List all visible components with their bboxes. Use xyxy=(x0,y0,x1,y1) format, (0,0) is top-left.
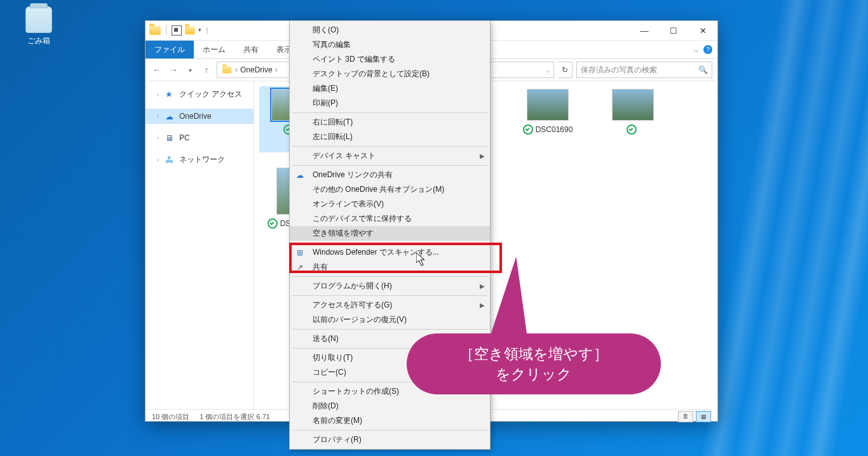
context-menu-item[interactable]: デスクトップの背景として設定(B) xyxy=(290,67,490,81)
context-menu-label: ペイント 3D で編集する xyxy=(313,54,395,65)
network-icon: 🖧 xyxy=(164,155,174,165)
context-menu-item[interactable]: ⊞Windows Defender でスキャンする... xyxy=(290,245,490,260)
context-menu-item[interactable]: ↗共有 xyxy=(290,260,490,274)
context-menu-item[interactable]: プログラムから開く(H)▶ xyxy=(290,279,490,293)
context-menu-label: 送る(N) xyxy=(313,333,339,344)
file-name: DSC01690 xyxy=(536,125,573,134)
details-view-button[interactable]: ≣ xyxy=(678,411,693,422)
ribbon-expand: ⌵ ? xyxy=(694,41,717,58)
separator xyxy=(166,25,166,36)
tab-share[interactable]: 共有 xyxy=(234,41,268,58)
search-input[interactable]: 保存済みの写真の検索 🔍 xyxy=(576,62,712,78)
context-menu-item[interactable]: ☁OneDrive リンクの共有 xyxy=(290,168,490,182)
refresh-button[interactable]: ↻ xyxy=(558,62,573,78)
sync-check-icon xyxy=(268,218,278,229)
sync-check-icon xyxy=(523,124,533,135)
close-button[interactable]: ✕ xyxy=(688,21,717,40)
context-menu-label: デバイス キャスト xyxy=(313,151,376,161)
context-menu-label: 開く(O) xyxy=(313,25,339,36)
history-dropdown[interactable]: ▾ xyxy=(184,64,196,76)
context-menu-label: 右に回転(T) xyxy=(313,117,353,128)
context-menu-item[interactable]: 以前のバージョンの復元(V) xyxy=(290,312,490,327)
folder-icon-small[interactable] xyxy=(185,27,195,35)
context-menu-label: 空き領域を増やす xyxy=(313,228,374,239)
context-menu-separator xyxy=(292,165,487,166)
file-caption xyxy=(602,124,663,135)
context-menu-label: 名前の変更(M) xyxy=(313,415,362,426)
context-menu-label: アクセスを許可する(G) xyxy=(313,300,392,311)
search-placeholder: 保存済みの写真の検索 xyxy=(581,65,657,76)
quick-access-toolbar: ｜ xyxy=(146,25,210,36)
context-menu-label: プロパティ(R) xyxy=(313,434,362,445)
context-menu-label: オンラインで表示(V) xyxy=(313,199,384,210)
context-menu-label: コピー(C) xyxy=(313,367,346,378)
context-menu-item[interactable]: 写真の編集 xyxy=(290,37,490,52)
sidebar-label: PC xyxy=(179,133,190,142)
submenu-arrow-icon: ▶ xyxy=(480,302,485,309)
context-menu-label: プログラムから開く(H) xyxy=(313,281,392,292)
thumbnail-image xyxy=(527,89,569,121)
context-menu-separator xyxy=(292,146,487,147)
tab-file[interactable]: ファイル xyxy=(146,41,194,58)
help-icon[interactable]: ? xyxy=(703,45,712,54)
context-menu-item[interactable]: 空き領域を増やす xyxy=(290,226,490,241)
context-menu-item[interactable]: プロパティ(R) xyxy=(290,433,490,447)
submenu-arrow-icon: ▶ xyxy=(480,283,485,290)
maximize-button[interactable]: ☐ xyxy=(659,21,688,40)
back-button[interactable]: ← xyxy=(151,64,163,76)
context-menu-item[interactable]: このデバイスで常に保持する xyxy=(290,211,490,226)
sidebar-item-quick-access[interactable]: › ★ クイック アクセス xyxy=(146,86,254,102)
breadcrumb-separator: › xyxy=(235,65,238,74)
context-menu-item[interactable]: 編集(E) xyxy=(290,81,490,96)
context-menu-label: 共有 xyxy=(313,262,328,272)
context-menu-item[interactable]: 印刷(P) xyxy=(290,96,490,111)
thumbnails-view-button[interactable]: ▦ xyxy=(696,411,711,422)
context-menu-item[interactable]: デバイス キャスト▶ xyxy=(290,149,490,163)
minimize-button[interactable]: ― xyxy=(630,21,659,40)
sidebar-item-pc[interactable]: › 🖥 PC xyxy=(146,130,254,145)
sidebar-label: クイック アクセス xyxy=(179,89,242,100)
address-dropdown-icon[interactable]: ⌵ xyxy=(546,67,550,74)
forward-button[interactable]: → xyxy=(167,64,180,76)
file-item[interactable] xyxy=(602,89,663,150)
chevron-down-icon[interactable]: ⌵ xyxy=(694,45,698,54)
context-menu-label: その他の OneDrive 共有オプション(M) xyxy=(313,184,444,195)
context-menu-item[interactable]: オンラインで表示(V) xyxy=(290,197,490,211)
breadcrumb-separator: › xyxy=(275,65,278,74)
context-menu-label: ショートカットの作成(S) xyxy=(313,386,399,397)
context-menu-item[interactable]: 削除(D) xyxy=(290,399,490,413)
context-menu-item[interactable]: ペイント 3D で編集する xyxy=(290,52,490,67)
sidebar-item-network[interactable]: › 🖧 ネットワーク xyxy=(146,152,254,168)
context-menu-item[interactable]: アクセスを許可する(G)▶ xyxy=(290,298,490,312)
star-icon: ★ xyxy=(164,90,174,100)
context-menu-item[interactable]: 左に回転(L) xyxy=(290,130,490,144)
save-icon[interactable] xyxy=(172,25,182,36)
sidebar-label: ネットワーク xyxy=(179,154,225,165)
file-item[interactable]: DSC01690 xyxy=(517,89,578,150)
context-menu-label: 写真の編集 xyxy=(313,39,351,50)
context-menu-label: OneDrive リンクの共有 xyxy=(313,170,393,180)
pc-icon: 🖥 xyxy=(164,133,174,143)
context-menu-label: Windows Defender でスキャンする... xyxy=(313,247,439,258)
cloud-icon: ☁ xyxy=(295,170,305,180)
callout-text: ［空き領域を増やす］ をクリック xyxy=(459,344,608,384)
context-menu-item[interactable]: 名前の変更(M) xyxy=(290,413,490,428)
sidebar-item-onedrive[interactable]: › ☁ OneDrive xyxy=(146,109,254,124)
context-menu-item[interactable]: 開く(O) xyxy=(290,23,490,37)
up-button[interactable]: ↑ xyxy=(200,64,213,76)
context-menu-separator xyxy=(292,430,487,431)
context-menu-item[interactable]: その他の OneDrive 共有オプション(M) xyxy=(290,182,490,197)
desktop-recycle-bin[interactable]: ごみ箱 xyxy=(16,6,62,46)
sidebar-label: OneDrive xyxy=(179,112,212,121)
share-icon: ↗ xyxy=(295,262,305,272)
breadcrumb-item-onedrive[interactable]: OneDrive xyxy=(240,65,273,74)
tab-home[interactable]: ホーム xyxy=(194,41,234,58)
dropdown-icon[interactable] xyxy=(198,26,201,35)
context-menu-label: 削除(D) xyxy=(313,401,339,412)
recycle-bin-icon xyxy=(25,6,52,33)
folder-icon xyxy=(222,66,231,73)
file-caption: DSC01690 xyxy=(517,124,578,135)
status-item-count: 10 個の項目 xyxy=(152,412,189,422)
context-menu-item[interactable]: 右に回転(T) xyxy=(290,115,490,130)
sync-check-icon xyxy=(627,124,637,135)
